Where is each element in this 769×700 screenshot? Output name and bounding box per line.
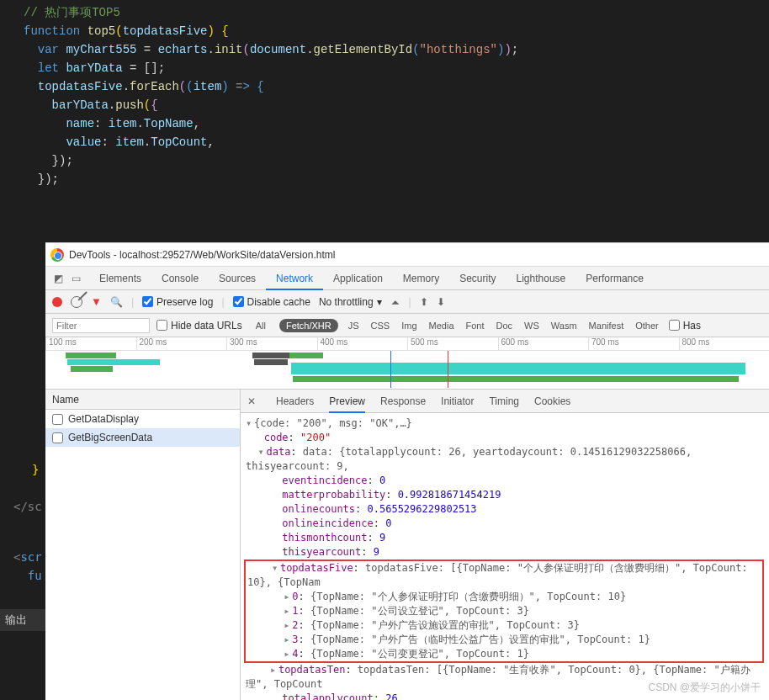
- highlight-box: ▾topdatasFive: topdatasFive: [{TopName: …: [244, 559, 764, 663]
- filter-pill-all[interactable]: All: [249, 319, 273, 332]
- topdatasfive-item[interactable]: ▸4: {TopName: "公司变更登记", TopCount: 1}: [247, 647, 761, 661]
- clear-button[interactable]: [71, 296, 82, 308]
- preview-row: onlinecounts: 0.5655296229802513: [246, 502, 764, 517]
- devtools-tabs: ◩ ▭ ElementsConsoleSourcesNetworkApplica…: [45, 267, 769, 290]
- preview-row: thisyearcount: 9: [246, 545, 764, 559]
- close-detail-icon[interactable]: ✕: [247, 395, 261, 407]
- detail-tab-timing[interactable]: Timing: [489, 390, 519, 413]
- filter-media[interactable]: Media: [426, 321, 458, 331]
- tab-lighthouse[interactable]: Lighthouse: [506, 267, 576, 290]
- filter-font[interactable]: Font: [463, 321, 488, 331]
- preview-row: matterprobability: 0.992818671454219: [246, 488, 764, 502]
- filter-js[interactable]: JS: [345, 321, 363, 331]
- request-detail: ✕ HeadersPreviewResponseInitiatorTimingC…: [241, 390, 769, 700]
- download-icon[interactable]: ⬇: [437, 296, 445, 308]
- wifi-icon[interactable]: ⏶: [390, 296, 400, 308]
- tab-memory[interactable]: Memory: [393, 267, 449, 290]
- record-button[interactable]: [52, 297, 62, 307]
- ruler-tick: 300 ms: [226, 337, 317, 350]
- filter-css[interactable]: CSS: [368, 321, 394, 331]
- tab-elements[interactable]: Elements: [89, 267, 151, 290]
- topdatasfive-item[interactable]: ▸3: {TopName: "户外广告（临时性公益广告）设置的审批", TopC…: [247, 633, 761, 647]
- tab-security[interactable]: Security: [449, 267, 506, 290]
- filter-manifest[interactable]: Manifest: [586, 321, 628, 331]
- request-list: Name GetDataDisplayGetBigScreenData: [45, 390, 241, 700]
- tab-performance[interactable]: Performance: [575, 267, 654, 290]
- throttling-select[interactable]: No throttling ▾: [319, 296, 382, 308]
- topdatasfive-item[interactable]: ▸1: {TopName: "公司设立登记", TopCount: 3}: [247, 604, 761, 618]
- has-checkbox[interactable]: Has: [669, 320, 701, 331]
- network-timeline[interactable]: 100 ms200 ms300 ms400 ms500 ms600 ms700 …: [45, 337, 769, 390]
- detail-tab-headers[interactable]: Headers: [276, 390, 314, 413]
- request-checkbox[interactable]: [52, 414, 63, 425]
- filter-pill-fetchxhr[interactable]: Fetch/XHR: [279, 319, 338, 332]
- tab-console[interactable]: Console: [151, 267, 209, 290]
- devtools-panel: DevTools - localhost:29527/Web/WorkSite/…: [45, 242, 769, 700]
- hide-data-urls-checkbox[interactable]: Hide data URLs: [156, 320, 242, 331]
- device-toggle-icon[interactable]: ▭: [72, 273, 81, 284]
- tab-network[interactable]: Network: [266, 267, 323, 290]
- filter-ws[interactable]: WS: [521, 321, 543, 331]
- ruler-tick: 600 ms: [498, 337, 589, 350]
- ruler-tick: 800 ms: [679, 337, 770, 350]
- detail-tabs: ✕ HeadersPreviewResponseInitiatorTimingC…: [241, 390, 769, 413]
- output-label: 输出: [0, 609, 45, 631]
- timeline-bars: [45, 351, 769, 388]
- tab-application[interactable]: Application: [323, 267, 393, 290]
- detail-tab-preview[interactable]: Preview: [329, 390, 365, 413]
- filter-doc[interactable]: Doc: [493, 321, 517, 331]
- request-row[interactable]: GetBigScreenData: [45, 428, 240, 447]
- request-checkbox[interactable]: [52, 432, 63, 443]
- ruler-tick: 100 ms: [45, 337, 136, 350]
- watermark: CSDN @爱学习的小饼干: [648, 681, 761, 695]
- filter-icon[interactable]: ▼: [91, 295, 102, 308]
- filter-img[interactable]: Img: [398, 321, 420, 331]
- detail-tab-cookies[interactable]: Cookies: [534, 390, 570, 413]
- ruler-tick: 200 ms: [136, 337, 227, 350]
- topdatasfive-item[interactable]: ▸2: {TopName: "户外广告设施设置的审批", TopCount: 3…: [247, 618, 761, 633]
- inspect-icon[interactable]: ◩: [54, 273, 63, 284]
- ruler-tick: 700 ms: [588, 337, 679, 350]
- upload-icon[interactable]: ⬆: [420, 296, 428, 308]
- filter-input[interactable]: [52, 318, 150, 333]
- preview-row: onlineincidence: 0: [246, 517, 764, 531]
- devtools-title: DevTools - localhost:29527/Web/WorkSite/…: [69, 249, 335, 261]
- network-filterbar: Hide data URLs All Fetch/XHR JSCSSImgMed…: [45, 314, 769, 337]
- topdatasfive-item[interactable]: ▸0: {TopName: "个人参保证明打印（含缴费明细）", TopCoun…: [247, 590, 761, 604]
- preview-body[interactable]: ▾{code: "200", msg: "OK",…} code: "200" …: [241, 413, 769, 700]
- preview-row: eventincidence: 0: [246, 474, 764, 488]
- tab-sources[interactable]: Sources: [209, 267, 266, 290]
- request-row[interactable]: GetDataDisplay: [45, 410, 240, 428]
- left-gutter: } </sc <scr fu: [0, 414, 45, 700]
- preserve-log-checkbox[interactable]: Preserve log: [142, 296, 213, 308]
- preview-row: thismonthcount: 9: [246, 531, 764, 545]
- search-icon[interactable]: 🔍: [110, 296, 123, 308]
- devtools-titlebar: DevTools - localhost:29527/Web/WorkSite/…: [45, 243, 769, 267]
- code-comment: // 热门事项TOP5: [24, 6, 120, 19]
- devtools-main: Name GetDataDisplayGetBigScreenData ✕ He…: [45, 390, 769, 700]
- ruler-tick: 500 ms: [407, 337, 498, 350]
- ruler-tick: 400 ms: [317, 337, 408, 350]
- detail-tab-initiator[interactable]: Initiator: [441, 390, 474, 413]
- disable-cache-checkbox[interactable]: Disable cache: [233, 296, 310, 308]
- detail-tab-response[interactable]: Response: [380, 390, 426, 413]
- filter-other[interactable]: Other: [632, 321, 662, 331]
- network-toolbar: ▼ 🔍 | Preserve log | Disable cache No th…: [45, 290, 769, 314]
- chrome-icon: [50, 248, 64, 262]
- code-editor: // 热门事项TOP5 function top5(topdatasFive) …: [0, 0, 769, 192]
- filter-wasm[interactable]: Wasm: [548, 321, 581, 331]
- reqlist-header[interactable]: Name: [45, 390, 240, 410]
